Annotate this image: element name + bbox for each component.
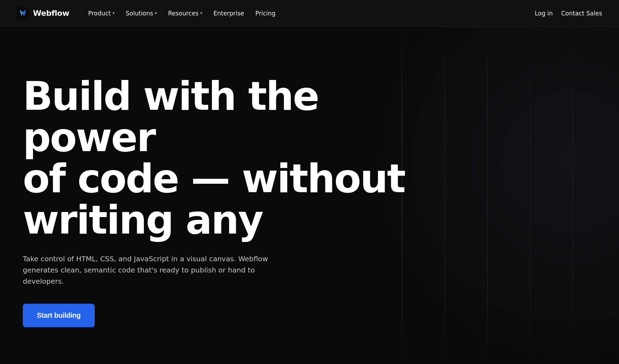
hero-headline-line1: Build with the power [23,73,318,160]
chevron-down-icon: ▾ [155,11,157,15]
start-building-button[interactable]: Start building [23,304,95,327]
hero-headline-line3: writing any [23,197,262,243]
nav-items: Product ▾ Solutions ▾ Resources ▾ Enterp… [83,7,280,20]
hero-section: Build with the power of code — without w… [0,27,619,364]
nav-item-enterprise[interactable]: Enterprise [208,7,249,20]
contact-sales-link[interactable]: Contact Sales [561,10,602,17]
vert-line-5 [573,27,573,364]
vert-line-4 [530,27,531,364]
nav-pricing-label: Pricing [255,10,275,17]
hero-content: Build with the power of code — without w… [23,55,409,327]
navbar-right: Log in Contact Sales [535,10,602,17]
hero-headline: Build with the power of code — without w… [23,76,409,241]
login-link[interactable]: Log in [535,10,553,17]
brand-name: Webflow [33,9,69,18]
vert-line-3 [487,27,488,364]
webflow-logo-icon [17,7,29,20]
nav-resources-label: Resources [168,10,199,17]
hero-headline-line2: of code — without [23,156,405,201]
lines-decoration [373,27,619,364]
chevron-down-icon: ▾ [113,11,115,15]
nav-item-pricing[interactable]: Pricing [251,7,280,20]
nav-item-solutions[interactable]: Solutions ▾ [121,7,162,20]
chevron-down-icon: ▾ [200,11,202,15]
nav-item-product[interactable]: Product ▾ [83,7,119,20]
nav-enterprise-label: Enterprise [213,10,244,17]
logo[interactable]: Webflow [17,7,69,20]
hero-subtext: Take control of HTML, CSS, and JavaScrip… [23,253,293,287]
navbar: Webflow Product ▾ Solutions ▾ Resources … [0,0,619,27]
nav-product-label: Product [88,10,111,17]
nav-item-resources[interactable]: Resources ▾ [163,7,207,20]
navbar-left: Webflow Product ▾ Solutions ▾ Resources … [17,7,280,20]
nav-solutions-label: Solutions [126,10,153,17]
vert-line-2 [444,27,445,364]
